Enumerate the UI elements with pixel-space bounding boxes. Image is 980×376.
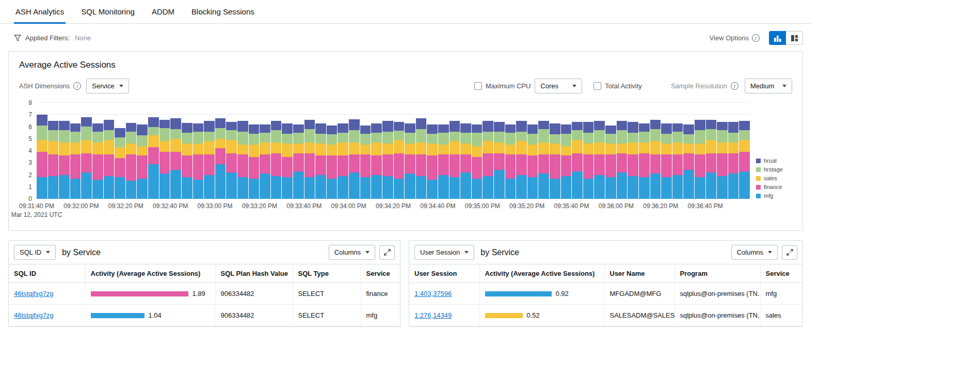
column-header-user-session[interactable]: User Session bbox=[409, 264, 479, 283]
chart-bar[interactable] bbox=[382, 121, 393, 199]
chart-bar[interactable] bbox=[438, 124, 449, 199]
column-header-sql-type[interactable]: SQL Type bbox=[293, 264, 361, 283]
column-header-sql-plan-hash-value[interactable]: SQL Plan Hash Value bbox=[215, 264, 293, 283]
row-link[interactable]: 1:403,37596 bbox=[414, 290, 452, 297]
chart-bar[interactable] bbox=[628, 122, 638, 199]
chart-bar[interactable] bbox=[594, 121, 605, 199]
chart-bar[interactable] bbox=[650, 120, 661, 199]
chart-bar[interactable] bbox=[304, 120, 315, 199]
column-header-user-name[interactable]: User Name bbox=[604, 264, 674, 283]
chart-bar[interactable] bbox=[360, 126, 371, 199]
chart-bar[interactable] bbox=[137, 124, 148, 199]
chart-bar[interactable] bbox=[92, 123, 103, 199]
chart-bar[interactable] bbox=[260, 124, 270, 199]
row-link[interactable]: 46tstqjfxg7zg bbox=[14, 311, 54, 319]
chart-bar[interactable] bbox=[449, 121, 460, 199]
chart-bar[interactable] bbox=[460, 123, 471, 199]
chart-bar[interactable] bbox=[204, 121, 215, 199]
left-dimension-select[interactable]: SQL ID bbox=[14, 245, 56, 260]
chart-bar[interactable] bbox=[81, 117, 92, 199]
chart-bar[interactable] bbox=[572, 122, 583, 199]
chart-view-button[interactable] bbox=[769, 31, 786, 45]
sample-resolution-select[interactable]: Medium bbox=[745, 79, 792, 93]
chart-bar[interactable] bbox=[538, 121, 549, 199]
right-columns-button[interactable]: Columns bbox=[731, 245, 778, 260]
chart-bar[interactable] bbox=[605, 126, 616, 199]
chart-bar[interactable] bbox=[505, 124, 516, 199]
chart-bar[interactable] bbox=[416, 118, 427, 199]
chart-bar[interactable] bbox=[148, 117, 159, 199]
chart-bar[interactable] bbox=[115, 128, 125, 199]
total-activity-checkbox[interactable] bbox=[593, 82, 601, 90]
chart-bar[interactable] bbox=[728, 122, 739, 199]
chart-bar[interactable] bbox=[550, 123, 560, 199]
column-header-program[interactable]: Program bbox=[674, 264, 760, 283]
legend-item-mfg[interactable]: mfg bbox=[756, 193, 792, 199]
chart-bar[interactable] bbox=[48, 121, 59, 199]
chart-bar[interactable] bbox=[516, 121, 527, 199]
view-options-info-icon[interactable]: i bbox=[752, 34, 760, 42]
row-link[interactable]: 1:276,14349 bbox=[414, 311, 452, 319]
chart-bar[interactable] bbox=[527, 124, 538, 199]
column-header-activity-average-active-sessions[interactable]: Activity (Average Active Sessions) bbox=[85, 264, 215, 283]
left-columns-button[interactable]: Columns bbox=[329, 245, 375, 260]
chart-bar[interactable] bbox=[639, 123, 650, 199]
chart-bar[interactable] bbox=[717, 122, 728, 199]
chart-bar[interactable] bbox=[672, 123, 683, 199]
column-header-activity-average-active-sessions[interactable]: Activity (Average Active Sessions) bbox=[479, 264, 604, 283]
right-expand-button[interactable] bbox=[782, 245, 797, 260]
tab-sql-monitoring[interactable]: SQL Monitoring bbox=[79, 0, 136, 24]
chart-bar[interactable] bbox=[327, 126, 338, 199]
load-map-view-button[interactable] bbox=[786, 31, 803, 45]
dimension-select[interactable]: Service bbox=[86, 79, 128, 93]
chart-bar[interactable] bbox=[472, 124, 483, 199]
chart-bar[interactable] bbox=[226, 122, 237, 199]
chart-bar[interactable] bbox=[37, 115, 47, 199]
chart-bar[interactable] bbox=[193, 123, 204, 199]
column-header-service[interactable]: Service bbox=[760, 264, 802, 283]
sample-resolution-info-icon[interactable]: i bbox=[731, 82, 738, 90]
cores-select[interactable]: Cores bbox=[535, 79, 582, 93]
chart-bar[interactable] bbox=[338, 123, 348, 199]
legend-item-finance[interactable]: finance bbox=[756, 184, 792, 190]
chart-bar[interactable] bbox=[561, 124, 572, 199]
legend-item-hruat[interactable]: hruat bbox=[756, 158, 792, 164]
tab-addm[interactable]: ADDM bbox=[150, 0, 176, 24]
chart-bar[interactable] bbox=[159, 120, 170, 199]
legend-item-hrstage[interactable]: hrstage bbox=[756, 166, 792, 173]
ash-dimensions-info-icon[interactable]: i bbox=[73, 82, 81, 90]
chart-bar[interactable] bbox=[483, 121, 493, 199]
chart-bar[interactable] bbox=[349, 119, 360, 199]
chart-bar[interactable] bbox=[494, 122, 505, 199]
column-header-sql-id[interactable]: SQL ID bbox=[9, 264, 85, 283]
tab-ash-analytics[interactable]: ASH Analytics bbox=[14, 0, 66, 24]
chart-bar[interactable] bbox=[237, 121, 248, 199]
chart-plot-area[interactable] bbox=[37, 103, 750, 199]
chart-bar[interactable] bbox=[215, 118, 226, 199]
column-header-service[interactable]: Service bbox=[361, 264, 400, 283]
chart-bar[interactable] bbox=[170, 118, 181, 199]
chart-bar[interactable] bbox=[59, 121, 70, 199]
chart-bar[interactable] bbox=[293, 124, 304, 199]
legend-item-sales[interactable]: sales bbox=[756, 175, 792, 181]
left-expand-button[interactable] bbox=[379, 245, 395, 260]
chart-bar[interactable] bbox=[282, 123, 293, 199]
chart-bar[interactable] bbox=[617, 121, 628, 199]
chart-bar[interactable] bbox=[271, 121, 282, 199]
chart-bar[interactable] bbox=[104, 120, 115, 199]
chart-bar[interactable] bbox=[695, 120, 705, 199]
chart-bar[interactable] bbox=[739, 121, 750, 199]
chart-bar[interactable] bbox=[661, 123, 672, 199]
tab-blocking-sessions[interactable]: Blocking Sessions bbox=[190, 0, 256, 24]
chart-bar[interactable] bbox=[427, 124, 438, 199]
chart-bar[interactable] bbox=[394, 122, 405, 199]
right-dimension-select[interactable]: User Session bbox=[414, 245, 474, 260]
chart-bar[interactable] bbox=[182, 123, 192, 199]
chart-bar[interactable] bbox=[706, 120, 717, 199]
chart-bar[interactable] bbox=[249, 124, 260, 199]
chart-bar[interactable] bbox=[583, 122, 594, 199]
chart-bar[interactable] bbox=[371, 123, 382, 199]
chart-bar[interactable] bbox=[683, 124, 694, 199]
maximum-cpu-checkbox[interactable] bbox=[474, 82, 482, 90]
chart-bar[interactable] bbox=[315, 123, 326, 199]
